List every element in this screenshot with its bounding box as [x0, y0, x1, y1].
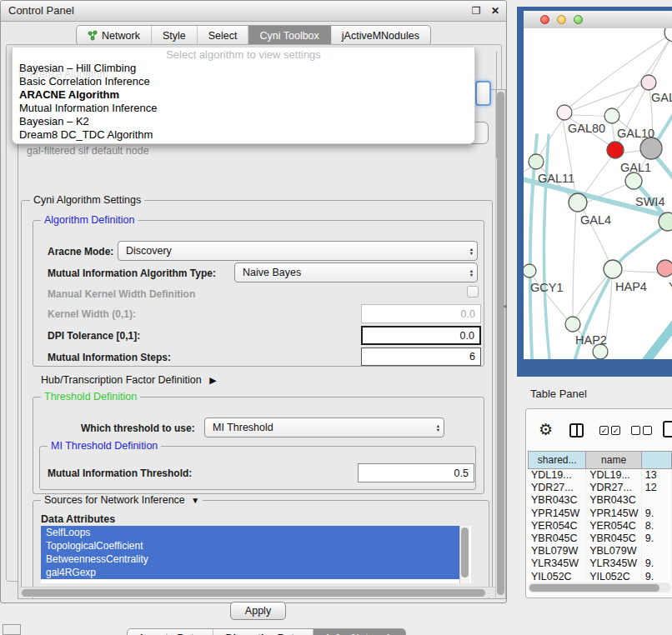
window-title: Control Panel: [8, 1, 74, 21]
manual-kernel-checkbox[interactable]: [467, 286, 479, 298]
network-node-gal80[interactable]: [557, 105, 572, 120]
network-node-gal10[interactable]: [604, 108, 619, 123]
settings-vertical-scrollbar[interactable]: [495, 90, 505, 598]
corner-widget-icon[interactable]: [3, 624, 21, 635]
which-threshold-label: Which threshold to use:: [81, 422, 195, 434]
close-traffic-light-icon[interactable]: [540, 15, 549, 24]
float-icon[interactable]: ❐: [472, 5, 481, 17]
attribute-item-gal4rgexp[interactable]: gal4RGexp: [41, 566, 459, 579]
network-node[interactable]: [664, 28, 672, 42]
table-row[interactable]: YDL19...YDL19...13: [528, 469, 672, 482]
sources-title[interactable]: Sources for Network Inference ▼: [41, 494, 203, 506]
table-horizontal-scrollbar[interactable]: [528, 582, 671, 592]
column-header-shared[interactable]: shared...: [528, 451, 586, 469]
network-node-y[interactable]: [657, 260, 672, 277]
column-header-col2[interactable]: [642, 451, 672, 469]
table-row[interactable]: YIL052CYIL052C9.: [528, 571, 672, 583]
tab-infer-network[interactable]: Infer Network: [313, 629, 405, 635]
network-window-titlebar[interactable]: [524, 11, 672, 29]
gear-icon[interactable]: ⚙: [539, 420, 553, 439]
network-node-gal11[interactable]: [529, 154, 544, 169]
table-cell: YLR345W: [586, 558, 642, 570]
network-node-gal1[interactable]: [607, 142, 624, 158]
split-pane-collapse-icon[interactable]: ◂: [503, 302, 507, 310]
algorithm-option-basic-correlation-inference[interactable]: Basic Correlation Inference: [13, 75, 474, 88]
network-node-hap2[interactable]: [565, 317, 580, 332]
table-row[interactable]: YBL079WYBL079W: [528, 545, 672, 558]
settings-horizontal-scrollbar[interactable]: [19, 587, 495, 598]
zoom-traffic-light-icon[interactable]: [574, 15, 583, 24]
ghost-network-combo-text: gal-filtered sif default node: [27, 145, 149, 158]
network-node-gcy1[interactable]: [524, 264, 536, 278]
bottom-tab-bar: Impute DataDiscretize DataInfer Network: [127, 628, 406, 635]
mi-type-select[interactable]: Naive Bayes ▴▾: [234, 262, 478, 282]
column-header-name[interactable]: name: [586, 451, 642, 469]
tab-jactivemnodules[interactable]: jActiveMNodules: [331, 26, 430, 45]
attribute-item-topologicalcoefficient[interactable]: TopologicalCoefficient: [41, 539, 459, 552]
dpi-tolerance-input[interactable]: [361, 326, 481, 345]
attribute-list-scrollbar[interactable]: [459, 526, 469, 583]
algorithm-option-dream8-dc-tdc-algorithm[interactable]: Dream8 DC_TDC Algorithm: [13, 128, 474, 142]
table-row[interactable]: YDR27...YDR27...12: [528, 482, 672, 494]
network-edge: [650, 38, 671, 76]
network-canvas[interactable]: GALGAL80GAL10GAL1GAL11SWI4GAL4GCY1HAP4YH…: [524, 28, 672, 359]
apply-button[interactable]: Apply: [230, 602, 286, 620]
network-node-hap4[interactable]: [604, 260, 622, 278]
group-border-fragment: [496, 52, 497, 158]
network-node-gal[interactable]: [641, 75, 656, 90]
which-threshold-select[interactable]: MI Threshold ▴▾: [204, 418, 444, 438]
control-panel-titlebar: Control Panel ❐ ✕: [1, 1, 506, 22]
tab-impute-data[interactable]: Impute Data: [128, 629, 213, 635]
tab-style[interactable]: Style: [152, 26, 198, 45]
table-cell: YBR043C: [586, 494, 642, 507]
attribute-item-betweennesscentrality[interactable]: BetweennessCentrality: [41, 552, 459, 566]
algorithm-option-bayesian-hill-climbing[interactable]: Bayesian – Hill Climbing: [13, 62, 474, 75]
algorithm-option-aracne-algorithm[interactable]: ARACNE Algorithm: [13, 88, 474, 102]
table-cell: 13: [642, 469, 672, 482]
table-cell: YBR043C: [528, 494, 586, 507]
network-edge-highlighted: [544, 135, 549, 358]
close-icon[interactable]: ✕: [491, 5, 499, 17]
aracne-mode-select[interactable]: Discovery ▴▾: [118, 241, 478, 261]
tab-select[interactable]: Select: [198, 26, 249, 45]
table-cell: [642, 494, 672, 507]
node-label-gal80: GAL80: [568, 122, 605, 135]
mi-steps-input[interactable]: [361, 348, 481, 366]
algorithm-option-bayesian-k2[interactable]: Bayesian – K2: [13, 115, 474, 128]
table-row[interactable]: YLR345WYLR345W9.: [528, 558, 672, 570]
kernel-width-input[interactable]: [361, 304, 481, 323]
mi-threshold-title: MI Threshold Definition: [48, 440, 161, 452]
table-cell: YLR345W: [528, 558, 586, 570]
tab-label: Cyni Toolbox: [259, 30, 318, 42]
algorithm-definition-title: Algorithm Definition: [41, 214, 138, 226]
node-label-hap4: HAP4: [615, 280, 647, 293]
focused-combo-fragment: [475, 81, 491, 106]
minimize-traffic-light-icon[interactable]: [557, 15, 566, 24]
table-row[interactable]: YPR145WYPR145W9.: [528, 508, 672, 520]
algorithm-option-mutual-information-inference[interactable]: Mutual Information Inference: [13, 102, 474, 115]
network-node-swi4[interactable]: [625, 172, 642, 189]
deselect-all-checks-icon[interactable]: [631, 426, 652, 435]
tab-cyni-toolbox[interactable]: Cyni Toolbox: [248, 26, 330, 45]
table-row[interactable]: YBR045CYBR045C9.: [528, 532, 672, 545]
tab-label: Network: [102, 30, 140, 42]
split-column-icon[interactable]: [569, 423, 584, 438]
mi-threshold-input[interactable]: [358, 463, 474, 482]
table-mode-icon[interactable]: [663, 421, 672, 438]
data-attributes-list[interactable]: SelfLoopsTopologicalCoefficientBetweenne…: [41, 526, 471, 583]
triangle-down-icon: ▼: [191, 496, 199, 505]
network-edge-highlighted: [647, 323, 672, 359]
tab-network[interactable]: Network: [77, 26, 152, 45]
table-cell: 9.: [642, 508, 672, 520]
network-node-gal4[interactable]: [569, 193, 587, 212]
network-node[interactable]: [659, 212, 672, 231]
table-row[interactable]: YBR043CYBR043C: [528, 494, 672, 507]
hub-definition-toggle[interactable]: Hub/Transcription Factor Definition ▶: [41, 374, 217, 386]
attribute-item-selfloops[interactable]: SelfLoops: [41, 526, 459, 539]
table-panel: ⚙ ✓✓ shared...nameYDL19...YDL19...13YDR2…: [525, 408, 672, 598]
table-row[interactable]: YER054CYER054C8.: [528, 520, 672, 532]
algorithm-dropdown-popup: Select algorithm to view settings Bayesi…: [12, 48, 475, 144]
network-node[interactable]: [640, 138, 662, 159]
tab-discretize-data[interactable]: Discretize Data: [213, 629, 314, 635]
select-all-checks-icon[interactable]: ✓✓: [599, 426, 620, 435]
